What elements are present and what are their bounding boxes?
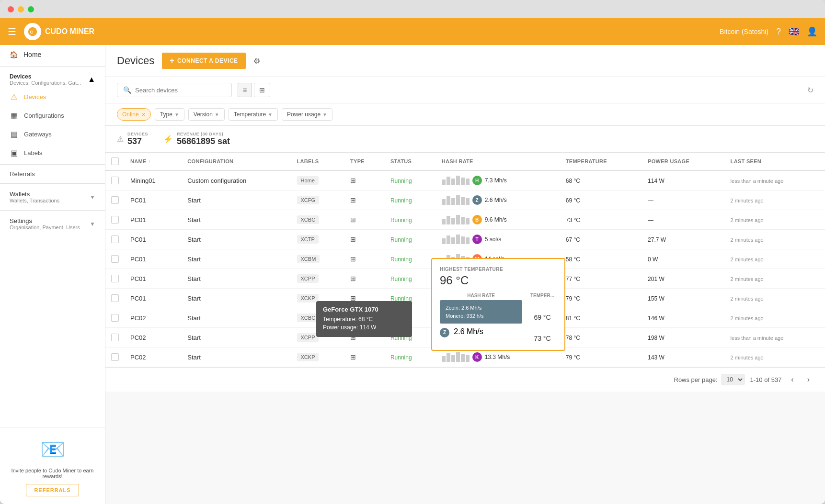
refresh-button[interactable]: ↻: [807, 86, 814, 95]
name-column-header[interactable]: Name ↑: [125, 153, 182, 170]
row-checkbox[interactable]: [111, 255, 119, 263]
minimize-button[interactable]: [18, 6, 24, 12]
label-badge: XCBC: [297, 215, 320, 224]
row-checkbox[interactable]: [111, 353, 119, 361]
sidebar-item-wallets[interactable]: Wallets Wallets, Transactions ▼: [0, 186, 105, 208]
status-badge: Running: [390, 217, 412, 224]
settings-button[interactable]: ⚙: [253, 56, 260, 66]
previous-page-button[interactable]: ‹: [787, 373, 797, 386]
label-badge: XCKP: [297, 294, 319, 302]
device-temp: 58 °C: [560, 249, 642, 269]
wallets-info: Wallets Wallets, Transactions: [10, 190, 59, 203]
device-config: Start: [182, 249, 291, 269]
coin-icon: T: [472, 235, 482, 244]
hash-line1: Zcoin: 2.6 Mh/s: [446, 304, 516, 312]
sidebar: 🏠 Home Devices Devices, Configurations, …: [0, 45, 105, 504]
device-type: ⊞: [344, 269, 385, 289]
row-checkbox[interactable]: [111, 235, 119, 243]
select-all-checkbox[interactable]: [111, 157, 119, 165]
row-checkbox[interactable]: [111, 314, 119, 322]
device-temp: 67 °C: [560, 230, 642, 249]
type-column-header[interactable]: Type: [344, 153, 385, 170]
remove-online-filter[interactable]: ×: [142, 111, 146, 118]
page-info: 1-10 of 537: [750, 376, 782, 383]
table-row: PC01 Start XCTP ⊞ Running T 5 sol/s 67 °…: [105, 230, 825, 249]
row-checkbox-cell: [105, 308, 125, 328]
status-badge: Running: [390, 276, 412, 282]
last-seen-value: 2 minutes ago: [731, 198, 764, 203]
device-status: Running: [385, 230, 436, 249]
temp-value: 81 °C: [566, 315, 580, 322]
sidebar-item-labels-label: Labels: [24, 149, 42, 157]
maximize-button[interactable]: [28, 6, 34, 12]
temperature-filter[interactable]: Temperature ▼: [229, 108, 278, 121]
device-name: Mining01: [125, 170, 182, 190]
close-button[interactable]: [8, 6, 14, 12]
config-column-header[interactable]: Configuration: [182, 153, 291, 170]
next-page-button[interactable]: ›: [803, 373, 814, 386]
last-seen-value: 2 minutes ago: [731, 257, 764, 262]
temp-column-header: Temperature: [560, 153, 642, 170]
devices-group-header[interactable]: Devices Devices, Configurations, Gat... …: [0, 68, 105, 88]
device-last-seen: 2 minutes ago: [725, 289, 825, 308]
referrals-button[interactable]: REFERRALS: [26, 484, 79, 496]
device-config: Custom configuration: [182, 170, 291, 190]
power-value: 146 W: [648, 315, 665, 322]
help-icon[interactable]: ?: [776, 27, 781, 37]
rows-per-page-select[interactable]: 10 25 50: [722, 374, 745, 385]
user-icon[interactable]: 👤: [807, 26, 817, 37]
sidebar-item-settings[interactable]: Settings Organisation, Payment, Users ▼: [0, 213, 105, 235]
type-filter[interactable]: Type ▼: [155, 108, 184, 121]
sidebar-item-labels[interactable]: ▣ Labels: [0, 144, 105, 162]
row-checkbox[interactable]: [111, 294, 119, 302]
device-last-seen: 2 minutes ago: [725, 230, 825, 249]
device-temp: 79 °C: [560, 347, 642, 367]
sidebar-item-referrals[interactable]: Referrals: [0, 167, 105, 181]
devices-stat-label: DEVICES: [127, 132, 148, 136]
revenue-stat-label: REVENUE (30 DAYS): [177, 132, 230, 136]
tooltip-temp-row: Temperature: 68 °C: [323, 316, 405, 323]
device-config: Start: [182, 308, 291, 328]
logo-icon: C: [24, 23, 41, 40]
search-box: 🔍: [117, 83, 232, 97]
row-checkbox[interactable]: [111, 216, 119, 224]
device-last-seen: 2 minutes ago: [725, 210, 825, 230]
search-input[interactable]: [135, 87, 226, 94]
name-label: Name: [130, 158, 147, 164]
device-hashrate: H 7.3 Mh/s: [436, 170, 560, 190]
device-name: PC02: [125, 328, 182, 347]
sidebar-item-home[interactable]: 🏠 Home: [0, 45, 105, 64]
row-checkbox[interactable]: [111, 196, 119, 204]
referral-text: Invite people to Cudo Miner to earn rewa…: [8, 468, 97, 479]
view-toggle: ≡ ⊞: [238, 83, 270, 97]
device-temp: 73 °C: [560, 210, 642, 230]
chevron-up-icon: ▲: [88, 75, 95, 84]
row-checkbox-cell: [105, 190, 125, 210]
menu-toggle[interactable]: ☰: [8, 26, 16, 37]
language-flag[interactable]: 🇬🇧: [789, 26, 799, 37]
windows-icon: ⊞: [350, 235, 356, 243]
coin-icon: B: [472, 215, 482, 224]
device-name: PC02: [125, 308, 182, 328]
temp-value: 68 °C: [566, 178, 580, 184]
device-config: Start: [182, 190, 291, 210]
sidebar-item-devices[interactable]: ⚠ Devices: [0, 88, 105, 106]
connect-device-button[interactable]: + CONNECT A DEVICE: [162, 53, 245, 69]
row-checkbox[interactable]: [111, 275, 119, 282]
labels-column-header[interactable]: Labels: [291, 153, 345, 170]
grid-view-button[interactable]: ⊞: [254, 83, 270, 97]
row-checkbox[interactable]: [111, 177, 119, 184]
power-filter[interactable]: Power usage ▼: [282, 108, 332, 121]
version-filter[interactable]: Version ▼: [188, 108, 225, 121]
home-label: Home: [23, 51, 41, 58]
online-filter-tag[interactable]: Online ×: [117, 108, 151, 121]
row-checkbox[interactable]: [111, 334, 119, 341]
device-name: PC01: [125, 190, 182, 210]
sidebar-item-gateways[interactable]: ▤ Gateways: [0, 125, 105, 144]
svg-text:C: C: [30, 30, 34, 34]
tooltip-temp-label: Temperature:: [323, 316, 357, 323]
device-hashrate: Z 2.6 Mh/s: [436, 190, 560, 210]
list-view-button[interactable]: ≡: [238, 83, 252, 97]
device-status: Running: [385, 170, 436, 190]
sidebar-item-configurations[interactable]: ▦ Configurations: [0, 106, 105, 125]
